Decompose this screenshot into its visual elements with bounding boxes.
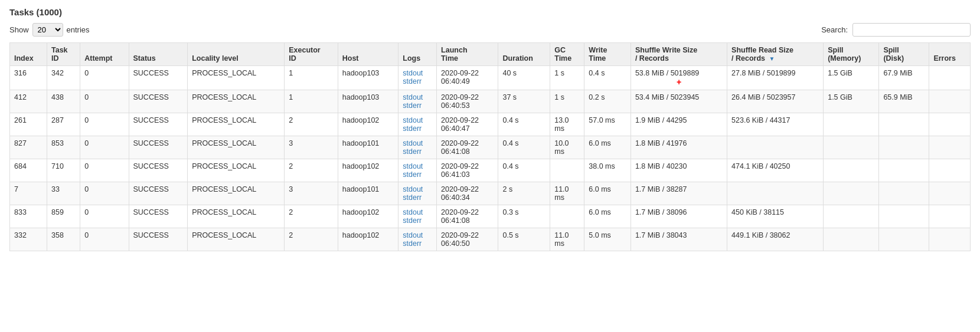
cell-executor: 2: [285, 205, 338, 228]
col-write-time: WriteTime: [584, 43, 631, 66]
cell-index: 833: [10, 205, 47, 228]
col-host: Host: [338, 43, 398, 66]
cell-locality: PROCESS_LOCAL: [188, 90, 285, 113]
stdout-link[interactable]: stdout: [403, 93, 423, 101]
stderr-link[interactable]: stderr: [403, 77, 422, 86]
entries-label: entries: [67, 25, 90, 34]
cell-index: 412: [10, 90, 47, 113]
cell-host: hadoop102: [338, 205, 398, 228]
cell-logs: stdoutstderr: [398, 90, 437, 113]
stderr-link[interactable]: stderr: [403, 101, 422, 110]
cell-write-time: 0.4 s: [584, 66, 631, 90]
cell-spill-memory: 1.5 GiB: [824, 66, 879, 90]
cell-index: 332: [10, 228, 47, 251]
tasks-table: Index TaskID Attempt Status Locality lev…: [9, 42, 971, 251]
stdout-link[interactable]: stdout: [403, 185, 423, 193]
show-select[interactable]: 10 20 50 100: [32, 23, 63, 37]
cell-executor: 2: [285, 228, 338, 251]
stdout-link[interactable]: stdout: [403, 231, 423, 239]
col-shuffle-write: Shuffle Write Size/ Records: [631, 43, 727, 66]
cell-index: 261: [10, 113, 47, 136]
cell-locality: PROCESS_LOCAL: [188, 66, 285, 90]
page-title: Tasks (1000): [9, 7, 971, 17]
cell-shuffle-read: [727, 136, 824, 159]
cell-gc-time: 11.0ms: [550, 182, 584, 205]
stderr-link[interactable]: stderr: [403, 147, 422, 156]
table-row: 6847100SUCCESSPROCESS_LOCAL2hadoop102std…: [10, 159, 971, 182]
cell-shuffle-read: 27.8 MiB / 5019899: [727, 66, 824, 90]
search-input[interactable]: [852, 23, 971, 37]
table-row: 7330SUCCESSPROCESS_LOCAL3hadoop101stdout…: [10, 182, 971, 205]
cell-host: hadoop102: [338, 228, 398, 251]
table-row: 3163420SUCCESSPROCESS_LOCAL1hadoop103std…: [10, 66, 971, 90]
cell-logs: stdoutstderr: [398, 228, 437, 251]
cell-locality: PROCESS_LOCAL: [188, 136, 285, 159]
stderr-link[interactable]: stderr: [403, 124, 422, 133]
cell-host: hadoop102: [338, 113, 398, 136]
cell-task-id: 358: [47, 228, 80, 251]
stdout-link[interactable]: stdout: [403, 162, 423, 170]
cell-spill-memory: [824, 205, 879, 228]
cell-shuffle-read: 26.4 MiB / 5023957: [727, 90, 824, 113]
table-row: 8278530SUCCESSPROCESS_LOCAL3hadoop101std…: [10, 136, 971, 159]
table-row: 4124380SUCCESSPROCESS_LOCAL1hadoop103std…: [10, 90, 971, 113]
cell-locality: PROCESS_LOCAL: [188, 159, 285, 182]
cell-locality: PROCESS_LOCAL: [188, 228, 285, 251]
stderr-link[interactable]: stderr: [403, 170, 422, 179]
col-spill-disk: Spill(Disk): [879, 43, 929, 66]
stdout-link[interactable]: stdout: [403, 139, 423, 147]
cell-gc-time: 1 s: [550, 90, 584, 113]
cell-status: SUCCESS: [129, 113, 188, 136]
col-attempt: Attempt: [80, 43, 129, 66]
table-header-row: Index TaskID Attempt Status Locality lev…: [10, 43, 971, 66]
cell-write-time: 38.0 ms: [584, 159, 631, 182]
controls-row: Show 10 20 50 100 entries Search:: [9, 23, 971, 37]
stdout-link[interactable]: stdout: [403, 208, 423, 216]
search-label: Search:: [821, 25, 848, 34]
cell-launch-time: 2020-09-2206:41:03: [437, 159, 498, 182]
show-entries: Show 10 20 50 100 entries: [9, 23, 90, 37]
stderr-link[interactable]: stderr: [403, 216, 422, 225]
cell-host: hadoop101: [338, 136, 398, 159]
cell-write-time: 57.0 ms: [584, 113, 631, 136]
cell-launch-time: 2020-09-2206:40:47: [437, 113, 498, 136]
col-index: Index: [10, 43, 47, 66]
cell-attempt: 0: [80, 113, 129, 136]
cell-logs: stdoutstderr: [398, 159, 437, 182]
cell-locality: PROCESS_LOCAL: [188, 205, 285, 228]
cell-errors: [929, 228, 971, 251]
cell-host: hadoop103: [338, 66, 398, 90]
col-spill-memory: Spill(Memory): [824, 43, 879, 66]
cell-executor: 2: [285, 113, 338, 136]
cell-logs: stdoutstderr: [398, 113, 437, 136]
cell-task-id: 287: [47, 113, 80, 136]
add-icon[interactable]: +: [635, 77, 723, 87]
col-locality: Locality level: [188, 43, 285, 66]
cell-shuffle-write: 1.7 MiB / 38096: [631, 205, 727, 228]
cell-index: 7: [10, 182, 47, 205]
cell-write-time: 6.0 ms: [584, 182, 631, 205]
cell-task-id: 710: [47, 159, 80, 182]
stderr-link[interactable]: stderr: [403, 193, 422, 202]
stdout-link[interactable]: stdout: [403, 69, 423, 77]
page-wrapper: Tasks (1000) Show 10 20 50 100 entries S…: [0, 0, 980, 258]
stdout-link[interactable]: stdout: [403, 116, 423, 124]
cell-index: 684: [10, 159, 47, 182]
cell-launch-time: 2020-09-2206:40:53: [437, 90, 498, 113]
cell-shuffle-write: 1.7 MiB / 38043: [631, 228, 727, 251]
cell-duration: 0.3 s: [498, 205, 550, 228]
col-shuffle-read[interactable]: Shuffle Read Size/ Records ▼: [727, 43, 824, 66]
cell-spill-disk: [879, 159, 929, 182]
cell-spill-disk: 67.9 MiB: [879, 66, 929, 90]
cell-shuffle-write: 1.8 MiB / 40230: [631, 159, 727, 182]
cell-duration: 0.4 s: [498, 159, 550, 182]
cell-attempt: 0: [80, 182, 129, 205]
cell-status: SUCCESS: [129, 205, 188, 228]
col-status: Status: [129, 43, 188, 66]
stderr-link[interactable]: stderr: [403, 239, 422, 248]
cell-shuffle-write: 1.8 MiB / 41976: [631, 136, 727, 159]
cell-shuffle-read: 523.6 KiB / 44317: [727, 113, 824, 136]
cell-locality: PROCESS_LOCAL: [188, 113, 285, 136]
cell-errors: [929, 136, 971, 159]
cell-index: 316: [10, 66, 47, 90]
